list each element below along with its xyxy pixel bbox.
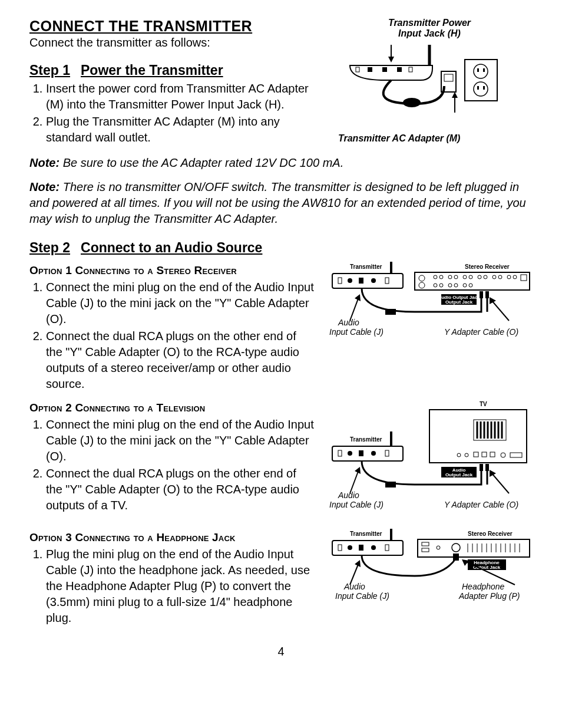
- svg-text:Input Cable (J): Input Cable (J): [329, 500, 384, 509]
- svg-text:Audio: Audio: [338, 490, 359, 500]
- step2-title: Step 2Connect to an Audio Source: [29, 240, 533, 256]
- step2-heading: Connect to an Audio Source: [81, 240, 262, 255]
- svg-point-48: [469, 284, 472, 287]
- svg-point-47: [463, 284, 467, 287]
- svg-point-36: [469, 275, 472, 279]
- svg-rect-94: [385, 482, 396, 487]
- svg-text:Output Jack: Output Jack: [445, 472, 473, 477]
- svg-text:Input Cable (J): Input Cable (J): [335, 591, 389, 601]
- svg-rect-110: [385, 545, 389, 551]
- svg-point-31: [434, 275, 437, 279]
- svg-rect-4: [368, 67, 372, 72]
- step1-heading: Power the Transmitter: [81, 62, 223, 78]
- svg-rect-131: [453, 554, 459, 561]
- svg-point-39: [492, 275, 496, 279]
- svg-rect-77: [482, 452, 487, 457]
- svg-point-85: [348, 451, 352, 456]
- option2-title: Option 2 Connecting to a Television: [29, 401, 315, 414]
- svg-text:Adapter Plug (P): Adapter Plug (P): [458, 591, 520, 601]
- step2-label: Step 2: [29, 240, 70, 255]
- svg-rect-92: [480, 464, 483, 471]
- svg-rect-78: [490, 452, 495, 457]
- svg-line-58: [491, 300, 509, 321]
- svg-rect-106: [338, 545, 342, 551]
- receiver-label: Stereo Receiver: [465, 263, 510, 270]
- svg-rect-23: [338, 278, 342, 284]
- svg-marker-59: [490, 297, 496, 304]
- svg-marker-20: [452, 92, 458, 98]
- svg-text:Input Cable (J): Input Cable (J): [329, 327, 384, 337]
- svg-text:Transmitter: Transmitter: [350, 436, 382, 443]
- svg-rect-76: [474, 452, 478, 457]
- svg-point-35: [463, 275, 467, 279]
- svg-point-46: [454, 284, 458, 287]
- svg-point-33: [448, 275, 452, 279]
- option1-title: Option 1 Connecting to a Stereo Receiver: [29, 264, 315, 277]
- svg-point-29: [419, 275, 425, 281]
- svg-point-115: [452, 543, 460, 552]
- svg-rect-84: [338, 450, 342, 456]
- step1-list: Insert the power cord from Transmitter A…: [29, 81, 315, 146]
- svg-point-74: [457, 453, 461, 457]
- power-diagram: [326, 45, 533, 121]
- svg-rect-5: [382, 67, 387, 72]
- headphone-diagram: Transmitter Stereo Receiver: [326, 529, 533, 605]
- svg-point-40: [498, 275, 502, 279]
- section-title: CONNECT THE TRANSMITTER: [29, 18, 315, 35]
- svg-point-75: [465, 453, 468, 457]
- svg-point-24: [348, 278, 352, 283]
- svg-rect-8: [409, 67, 412, 72]
- svg-point-114: [437, 546, 440, 549]
- svg-point-107: [348, 545, 352, 550]
- svg-text:Audio: Audio: [343, 582, 365, 591]
- svg-text:Y Adapter Cable (O): Y Adapter Cable (O): [444, 327, 518, 337]
- svg-rect-28: [415, 272, 530, 290]
- svg-rect-7: [356, 67, 359, 72]
- svg-point-79: [501, 453, 505, 457]
- svg-point-34: [454, 275, 458, 279]
- svg-rect-22: [332, 274, 403, 288]
- svg-rect-112: [422, 542, 429, 546]
- svg-text:Audio: Audio: [338, 318, 359, 327]
- svg-point-9: [403, 98, 421, 107]
- svg-point-13: [474, 64, 488, 78]
- note-1: Note: Be sure to use the AC Adapter rate…: [29, 155, 533, 171]
- option2-list: Connect the mini plug on the end of the …: [29, 417, 315, 513]
- svg-rect-113: [422, 548, 429, 552]
- step1-title: Step 1Power the Transmitter: [29, 62, 315, 78]
- svg-point-109: [371, 545, 376, 550]
- note-body: Be sure to use the AC Adapter rated 12V …: [59, 156, 343, 169]
- svg-point-30: [419, 282, 425, 288]
- svg-point-43: [434, 284, 437, 287]
- list-item: Plug the Transmitter AC Adapter (M) into…: [46, 114, 315, 146]
- svg-line-56: [350, 297, 359, 321]
- svg-marker-1: [388, 57, 394, 62]
- svg-rect-86: [359, 450, 363, 456]
- svg-rect-93: [485, 464, 489, 471]
- svg-rect-25: [359, 278, 363, 284]
- svg-point-87: [371, 451, 376, 456]
- svg-rect-17: [477, 86, 479, 90]
- svg-rect-15: [483, 68, 485, 72]
- svg-point-38: [484, 275, 487, 279]
- note-label: Note:: [29, 156, 59, 169]
- svg-text:Stereo Receiver: Stereo Receiver: [468, 531, 513, 537]
- svg-line-95: [350, 470, 359, 493]
- svg-text:Y Adapter Cable (O): Y Adapter Cable (O): [444, 500, 518, 509]
- svg-rect-27: [385, 278, 389, 284]
- svg-marker-98: [490, 470, 496, 477]
- svg-text:Output Jack: Output Jack: [445, 299, 473, 305]
- diagram-top-caption-1: Transmitter Power: [326, 18, 533, 28]
- svg-point-26: [371, 278, 376, 283]
- list-item: Connect the dual RCA plugs on the other …: [46, 466, 315, 513]
- page-number: 4: [29, 645, 533, 658]
- note-2: Note: There is no transmitter ON/OFF swi…: [29, 179, 533, 227]
- svg-rect-18: [483, 86, 485, 90]
- svg-point-44: [439, 284, 443, 287]
- svg-line-97: [491, 473, 509, 493]
- svg-rect-14: [477, 68, 479, 72]
- list-item: Connect the dual RCA plugs on the other …: [46, 328, 315, 392]
- svg-rect-12: [465, 60, 497, 101]
- option1-list: Connect the mini plug on the end of the …: [29, 279, 315, 392]
- diagram-top-caption-3: Transmitter AC Adapter (M): [338, 133, 533, 144]
